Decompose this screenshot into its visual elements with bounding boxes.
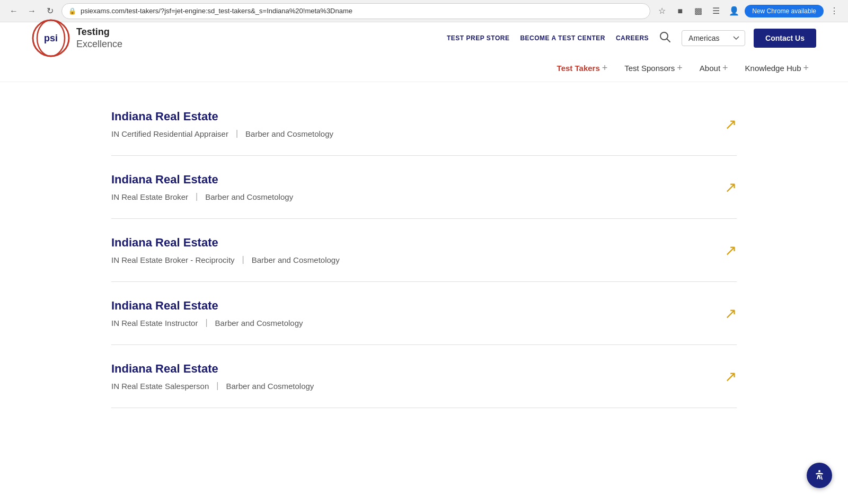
- listing-title-3: Indiana Real Estate: [111, 299, 303, 313]
- nav-test-sponsors-plus: +: [677, 63, 683, 74]
- separator-2: |: [242, 255, 244, 264]
- listing-item-0[interactable]: Indiana Real Estate IN Certified Residen…: [111, 93, 737, 156]
- careers-link[interactable]: CAREERS: [616, 34, 649, 42]
- become-test-center-link[interactable]: BECOME A TEST CENTER: [520, 34, 605, 42]
- listing-meta-2: IN Real Estate Broker - Reciprocity | Ba…: [111, 255, 340, 264]
- listing-meta-4: IN Real Estate Salesperson | Barber and …: [111, 381, 314, 391]
- nav-test-takers[interactable]: Test Takers +: [550, 58, 615, 78]
- search-button[interactable]: [657, 29, 673, 48]
- more-menu-icon[interactable]: ⋮: [827, 4, 842, 19]
- listing-sub-3: IN Real Estate Instructor: [111, 319, 198, 328]
- address-bar[interactable]: 🔒 psiexams.com/test-takers/?jsf=jet-engi…: [61, 3, 650, 19]
- listing-category-1: Barber and Cosmetology: [205, 192, 293, 201]
- nav-about-label: About: [700, 64, 720, 73]
- bookmark-icon[interactable]: ☆: [655, 4, 669, 19]
- listing-item-2[interactable]: Indiana Real Estate IN Real Estate Broke…: [111, 219, 737, 282]
- svg-point-5: [818, 470, 820, 472]
- lock-icon: 🔒: [68, 7, 76, 15]
- extensions-icon[interactable]: ■: [673, 4, 687, 19]
- listing-item-1[interactable]: Indiana Real Estate IN Real Estate Broke…: [111, 156, 737, 219]
- separator-0: |: [236, 129, 238, 138]
- browser-actions: ☆ ■ ▩ ☰ 👤 New Chrome available ⋮: [655, 4, 842, 19]
- logo-text: Testing Excellence: [76, 26, 122, 51]
- separator-4: |: [216, 381, 218, 391]
- listing-item-3[interactable]: Indiana Real Estate IN Real Estate Instr…: [111, 282, 737, 345]
- arrow-icon-0: ↗: [725, 116, 737, 133]
- arrow-icon-3: ↗: [725, 305, 737, 322]
- listing-title-1: Indiana Real Estate: [111, 173, 293, 187]
- nav-test-takers-plus: +: [602, 63, 608, 74]
- arrow-icon-4: ↗: [725, 368, 737, 385]
- nav-knowledge-hub[interactable]: Knowledge Hub +: [738, 58, 816, 78]
- svg-text:psi: psi: [44, 33, 58, 43]
- cast-icon[interactable]: ▩: [691, 4, 705, 19]
- contact-us-button[interactable]: Contact Us: [754, 29, 816, 48]
- back-button[interactable]: ←: [6, 4, 21, 19]
- listing-content-0: Indiana Real Estate IN Certified Residen…: [111, 110, 333, 138]
- nav-knowledge-hub-label: Knowledge Hub: [745, 64, 801, 73]
- top-right-area: TEST PREP STORE BECOME A TEST CENTER CAR…: [447, 29, 816, 48]
- main-content: Indiana Real Estate IN Certified Residen…: [80, 82, 768, 419]
- svg-line-4: [667, 39, 670, 42]
- logo-area[interactable]: psi Testing Excellence: [32, 19, 122, 57]
- listing-content-3: Indiana Real Estate IN Real Estate Instr…: [111, 299, 303, 328]
- listing-content-4: Indiana Real Estate IN Real Estate Sales…: [111, 362, 314, 391]
- profile-icon[interactable]: 👤: [727, 4, 741, 19]
- separator-1: |: [196, 192, 198, 201]
- listing-category-3: Barber and Cosmetology: [215, 319, 303, 328]
- browser-chrome: ← → ↻ 🔒 psiexams.com/test-takers/?jsf=je…: [0, 0, 848, 22]
- main-nav: Test Takers + Test Sponsors + About + Kn…: [32, 54, 816, 82]
- listing-content-1: Indiana Real Estate IN Real Estate Broke…: [111, 173, 293, 201]
- url-text: psiexams.com/test-takers/?jsf=jet-engine…: [81, 7, 643, 15]
- new-chrome-button[interactable]: New Chrome available: [745, 5, 824, 17]
- sidebar-icon[interactable]: ☰: [709, 4, 723, 19]
- listing-sub-0: IN Certified Residential Appraiser: [111, 129, 228, 138]
- listing-title-0: Indiana Real Estate: [111, 110, 333, 123]
- listing-category-4: Barber and Cosmetology: [226, 382, 314, 391]
- listing-meta-1: IN Real Estate Broker | Barber and Cosme…: [111, 192, 293, 201]
- psi-logo: psi: [32, 19, 70, 57]
- site-header: psi Testing Excellence TEST PREP STORE B…: [0, 22, 848, 82]
- nav-test-sponsors-label: Test Sponsors: [624, 64, 675, 73]
- nav-about-plus: +: [722, 63, 728, 74]
- arrow-icon-2: ↗: [725, 242, 737, 259]
- listing-meta-0: IN Certified Residential Appraiser | Bar…: [111, 129, 333, 138]
- listing-content-2: Indiana Real Estate IN Real Estate Broke…: [111, 236, 340, 264]
- nav-knowledge-hub-plus: +: [803, 63, 809, 74]
- logo-line2: Excellence: [76, 38, 122, 50]
- top-nav: TEST PREP STORE BECOME A TEST CENTER CAR…: [447, 34, 649, 42]
- nav-test-takers-label: Test Takers: [557, 64, 600, 73]
- forward-button[interactable]: →: [24, 4, 39, 19]
- listing-category-0: Barber and Cosmetology: [245, 129, 333, 138]
- listing-sub-2: IN Real Estate Broker - Reciprocity: [111, 255, 235, 264]
- browser-nav-controls: ← → ↻: [6, 4, 57, 19]
- listing-sub-4: IN Real Estate Salesperson: [111, 382, 209, 391]
- accessibility-button[interactable]: [807, 463, 832, 488]
- listing-meta-3: IN Real Estate Instructor | Barber and C…: [111, 318, 303, 328]
- arrow-icon-1: ↗: [725, 179, 737, 196]
- logo-line1: Testing: [76, 26, 122, 38]
- listing-sub-1: IN Real Estate Broker: [111, 192, 188, 201]
- separator-3: |: [205, 318, 207, 328]
- header-top: psi Testing Excellence TEST PREP STORE B…: [32, 22, 816, 54]
- listing-item-4[interactable]: Indiana Real Estate IN Real Estate Sales…: [111, 345, 737, 408]
- nav-about[interactable]: About +: [692, 58, 736, 78]
- region-select[interactable]: Americas EMEA Asia Pacific: [682, 30, 745, 46]
- test-prep-store-link[interactable]: TEST PREP STORE: [447, 34, 509, 42]
- listing-title-2: Indiana Real Estate: [111, 236, 340, 250]
- nav-test-sponsors[interactable]: Test Sponsors +: [617, 58, 690, 78]
- listing-title-4: Indiana Real Estate: [111, 362, 314, 376]
- listing-category-2: Barber and Cosmetology: [252, 255, 340, 264]
- reload-button[interactable]: ↻: [42, 4, 57, 19]
